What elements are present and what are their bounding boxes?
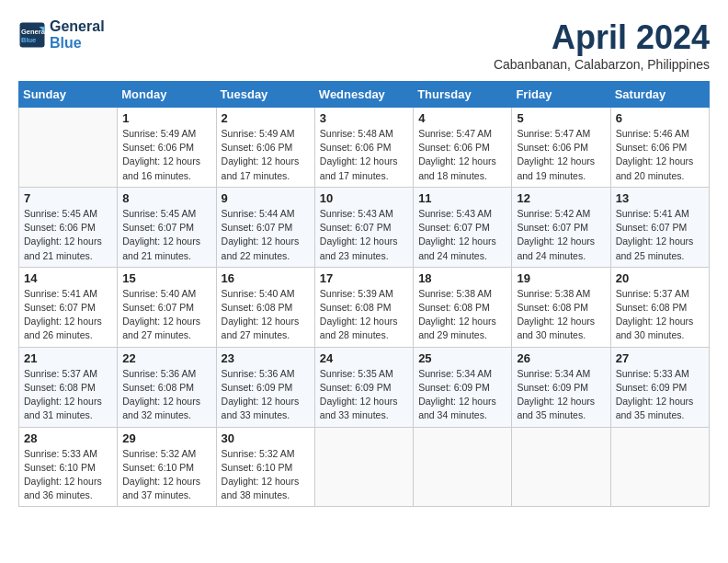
day-header-wednesday: Wednesday — [314, 82, 413, 108]
calendar-cell: 16Sunrise: 5:40 AMSunset: 6:08 PMDayligh… — [216, 267, 314, 347]
day-number: 1 — [122, 111, 210, 125]
day-number: 12 — [517, 191, 605, 205]
day-number: 19 — [517, 271, 605, 285]
logo: General Blue General Blue — [18, 18, 105, 52]
day-number: 11 — [418, 191, 506, 205]
calendar-week-row: 7Sunrise: 5:45 AMSunset: 6:06 PMDaylight… — [19, 187, 710, 267]
calendar-week-row: 28Sunrise: 5:33 AMSunset: 6:10 PMDayligh… — [19, 427, 710, 507]
calendar-cell: 18Sunrise: 5:38 AMSunset: 6:08 PMDayligh… — [414, 267, 512, 347]
day-number: 10 — [320, 191, 408, 205]
day-number: 9 — [222, 191, 310, 205]
calendar-cell: 13Sunrise: 5:41 AMSunset: 6:07 PMDayligh… — [610, 187, 709, 267]
calendar-body: 1Sunrise: 5:49 AMSunset: 6:06 PMDaylight… — [19, 108, 710, 507]
day-header-saturday: Saturday — [610, 82, 709, 108]
day-info: Sunrise: 5:41 AMSunset: 6:07 PMDaylight:… — [616, 207, 704, 263]
calendar-cell: 2Sunrise: 5:49 AMSunset: 6:06 PMDaylight… — [216, 108, 314, 188]
calendar-cell: 14Sunrise: 5:41 AMSunset: 6:07 PMDayligh… — [19, 267, 118, 347]
calendar-week-row: 1Sunrise: 5:49 AMSunset: 6:06 PMDaylight… — [19, 108, 710, 188]
calendar-cell: 20Sunrise: 5:37 AMSunset: 6:08 PMDayligh… — [610, 267, 709, 347]
day-info: Sunrise: 5:48 AMSunset: 6:06 PMDaylight:… — [320, 127, 408, 183]
day-info: Sunrise: 5:33 AMSunset: 6:10 PMDaylight:… — [24, 447, 112, 503]
day-info: Sunrise: 5:39 AMSunset: 6:08 PMDaylight:… — [320, 287, 408, 343]
day-info: Sunrise: 5:44 AMSunset: 6:07 PMDaylight:… — [222, 207, 310, 263]
calendar-cell: 24Sunrise: 5:35 AMSunset: 6:09 PMDayligh… — [314, 347, 413, 427]
day-number: 23 — [222, 351, 310, 365]
day-number: 14 — [24, 271, 112, 285]
day-header-monday: Monday — [118, 82, 216, 108]
day-number: 8 — [122, 191, 210, 205]
calendar-week-row: 14Sunrise: 5:41 AMSunset: 6:07 PMDayligh… — [19, 267, 710, 347]
day-header-thursday: Thursday — [414, 82, 512, 108]
calendar-cell: 7Sunrise: 5:45 AMSunset: 6:06 PMDaylight… — [19, 187, 118, 267]
calendar-cell: 30Sunrise: 5:32 AMSunset: 6:10 PMDayligh… — [216, 427, 314, 507]
calendar-cell: 22Sunrise: 5:36 AMSunset: 6:08 PMDayligh… — [118, 347, 216, 427]
calendar-cell — [19, 108, 118, 188]
day-info: Sunrise: 5:49 AMSunset: 6:06 PMDaylight:… — [222, 127, 310, 183]
day-number: 27 — [616, 351, 704, 365]
calendar-cell: 21Sunrise: 5:37 AMSunset: 6:08 PMDayligh… — [19, 347, 118, 427]
day-info: Sunrise: 5:40 AMSunset: 6:07 PMDaylight:… — [122, 287, 210, 343]
day-info: Sunrise: 5:47 AMSunset: 6:06 PMDaylight:… — [418, 127, 506, 183]
day-info: Sunrise: 5:32 AMSunset: 6:10 PMDaylight:… — [122, 447, 210, 503]
calendar-cell: 19Sunrise: 5:38 AMSunset: 6:08 PMDayligh… — [512, 267, 610, 347]
calendar-cell: 9Sunrise: 5:44 AMSunset: 6:07 PMDaylight… — [216, 187, 314, 267]
day-number: 24 — [320, 351, 408, 365]
day-number: 7 — [24, 191, 112, 205]
day-number: 13 — [616, 191, 704, 205]
day-info: Sunrise: 5:47 AMSunset: 6:06 PMDaylight:… — [517, 127, 605, 183]
day-number: 4 — [418, 111, 506, 125]
calendar-cell: 27Sunrise: 5:33 AMSunset: 6:09 PMDayligh… — [610, 347, 709, 427]
calendar-week-row: 21Sunrise: 5:37 AMSunset: 6:08 PMDayligh… — [19, 347, 710, 427]
calendar-cell: 10Sunrise: 5:43 AMSunset: 6:07 PMDayligh… — [314, 187, 413, 267]
day-number: 28 — [24, 431, 112, 445]
calendar-cell: 6Sunrise: 5:46 AMSunset: 6:06 PMDaylight… — [610, 108, 709, 188]
day-info: Sunrise: 5:37 AMSunset: 6:08 PMDaylight:… — [616, 287, 704, 343]
day-number: 5 — [517, 111, 605, 125]
calendar-cell: 11Sunrise: 5:43 AMSunset: 6:07 PMDayligh… — [414, 187, 512, 267]
day-header-sunday: Sunday — [19, 82, 118, 108]
day-info: Sunrise: 5:38 AMSunset: 6:08 PMDaylight:… — [418, 287, 506, 343]
day-info: Sunrise: 5:32 AMSunset: 6:10 PMDaylight:… — [222, 447, 310, 503]
calendar-cell: 8Sunrise: 5:45 AMSunset: 6:07 PMDaylight… — [118, 187, 216, 267]
day-info: Sunrise: 5:49 AMSunset: 6:06 PMDaylight:… — [122, 127, 210, 183]
day-info: Sunrise: 5:45 AMSunset: 6:06 PMDaylight:… — [24, 207, 112, 263]
logo-icon: General Blue — [18, 21, 46, 49]
day-number: 20 — [616, 271, 704, 285]
location-subtitle: Cabanbanan, Calabarzon, Philippines — [494, 57, 710, 72]
calendar-header-row: SundayMondayTuesdayWednesdayThursdayFrid… — [19, 82, 710, 108]
day-info: Sunrise: 5:41 AMSunset: 6:07 PMDaylight:… — [24, 287, 112, 343]
day-number: 6 — [616, 111, 704, 125]
day-number: 26 — [517, 351, 605, 365]
day-header-friday: Friday — [512, 82, 610, 108]
day-info: Sunrise: 5:33 AMSunset: 6:09 PMDaylight:… — [616, 367, 704, 423]
calendar-cell: 15Sunrise: 5:40 AMSunset: 6:07 PMDayligh… — [118, 267, 216, 347]
day-number: 30 — [222, 431, 310, 445]
calendar-cell: 12Sunrise: 5:42 AMSunset: 6:07 PMDayligh… — [512, 187, 610, 267]
calendar-cell — [414, 427, 512, 507]
day-number: 15 — [122, 271, 210, 285]
day-number: 25 — [418, 351, 506, 365]
day-info: Sunrise: 5:42 AMSunset: 6:07 PMDaylight:… — [517, 207, 605, 263]
day-header-tuesday: Tuesday — [216, 82, 314, 108]
calendar-cell: 29Sunrise: 5:32 AMSunset: 6:10 PMDayligh… — [118, 427, 216, 507]
title-block: April 2024 Cabanbanan, Calabarzon, Phili… — [494, 18, 710, 72]
day-info: Sunrise: 5:36 AMSunset: 6:08 PMDaylight:… — [122, 367, 210, 423]
calendar-cell — [314, 427, 413, 507]
day-info: Sunrise: 5:34 AMSunset: 6:09 PMDaylight:… — [418, 367, 506, 423]
calendar-cell: 5Sunrise: 5:47 AMSunset: 6:06 PMDaylight… — [512, 108, 610, 188]
calendar-cell: 3Sunrise: 5:48 AMSunset: 6:06 PMDaylight… — [314, 108, 413, 188]
day-info: Sunrise: 5:37 AMSunset: 6:08 PMDaylight:… — [24, 367, 112, 423]
day-info: Sunrise: 5:38 AMSunset: 6:08 PMDaylight:… — [517, 287, 605, 343]
day-number: 2 — [222, 111, 310, 125]
calendar-cell: 1Sunrise: 5:49 AMSunset: 6:06 PMDaylight… — [118, 108, 216, 188]
calendar-cell: 17Sunrise: 5:39 AMSunset: 6:08 PMDayligh… — [314, 267, 413, 347]
day-number: 21 — [24, 351, 112, 365]
day-number: 17 — [320, 271, 408, 285]
day-info: Sunrise: 5:43 AMSunset: 6:07 PMDaylight:… — [320, 207, 408, 263]
day-info: Sunrise: 5:45 AMSunset: 6:07 PMDaylight:… — [122, 207, 210, 263]
calendar-table: SundayMondayTuesdayWednesdayThursdayFrid… — [18, 81, 710, 507]
day-info: Sunrise: 5:46 AMSunset: 6:06 PMDaylight:… — [616, 127, 704, 183]
day-info: Sunrise: 5:43 AMSunset: 6:07 PMDaylight:… — [418, 207, 506, 263]
day-number: 18 — [418, 271, 506, 285]
day-number: 29 — [122, 431, 210, 445]
